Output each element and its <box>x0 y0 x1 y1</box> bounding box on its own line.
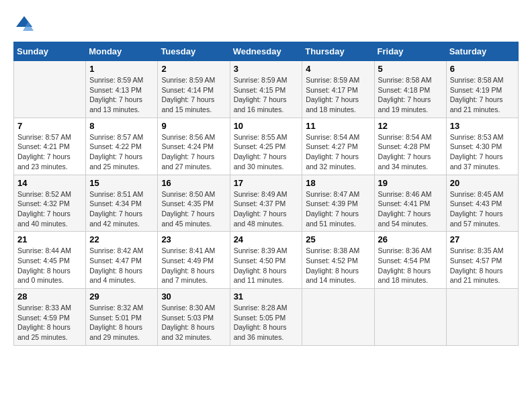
day-number: 23 <box>161 234 226 244</box>
week-row-1: 1 Sunrise: 8:59 AMSunset: 4:13 PMDayligh… <box>14 61 519 118</box>
day-number: 22 <box>89 234 154 244</box>
day-cell: 20 Sunrise: 8:45 AMSunset: 4:43 PMDaylig… <box>446 175 518 232</box>
day-header-sunday: Sunday <box>14 42 86 61</box>
day-cell: 1 Sunrise: 8:59 AMSunset: 4:13 PMDayligh… <box>86 61 158 118</box>
day-cell: 25 Sunrise: 8:38 AMSunset: 4:52 PMDaylig… <box>302 232 374 289</box>
day-cell: 16 Sunrise: 8:50 AMSunset: 4:35 PMDaylig… <box>158 175 230 232</box>
day-cell: 13 Sunrise: 8:53 AMSunset: 4:30 PMDaylig… <box>446 118 518 175</box>
week-row-2: 7 Sunrise: 8:57 AMSunset: 4:21 PMDayligh… <box>14 118 519 175</box>
day-cell: 23 Sunrise: 8:41 AMSunset: 4:49 PMDaylig… <box>158 232 230 289</box>
day-number: 17 <box>234 178 299 188</box>
day-info: Sunrise: 8:32 AMSunset: 5:01 PMDaylight:… <box>89 303 154 342</box>
day-number: 3 <box>234 64 299 74</box>
day-info: Sunrise: 8:39 AMSunset: 4:50 PMDaylight:… <box>234 246 299 285</box>
day-info: Sunrise: 8:57 AMSunset: 4:21 PMDaylight:… <box>17 132 82 172</box>
day-number: 8 <box>89 121 154 131</box>
day-number: 16 <box>161 178 226 188</box>
day-cell: 18 Sunrise: 8:47 AMSunset: 4:39 PMDaylig… <box>302 175 374 232</box>
day-number: 27 <box>450 234 515 244</box>
day-number: 7 <box>17 121 82 131</box>
day-cell: 8 Sunrise: 8:57 AMSunset: 4:22 PMDayligh… <box>86 118 158 175</box>
day-info: Sunrise: 8:57 AMSunset: 4:22 PMDaylight:… <box>89 132 154 172</box>
day-cell: 22 Sunrise: 8:42 AMSunset: 4:47 PMDaylig… <box>86 232 158 289</box>
day-info: Sunrise: 8:50 AMSunset: 4:35 PMDaylight:… <box>161 189 226 229</box>
day-cell: 11 Sunrise: 8:54 AMSunset: 4:27 PMDaylig… <box>302 118 374 175</box>
day-cell: 19 Sunrise: 8:46 AMSunset: 4:41 PMDaylig… <box>374 175 446 232</box>
day-cell: 26 Sunrise: 8:36 AMSunset: 4:54 PMDaylig… <box>374 232 446 289</box>
day-cell: 6 Sunrise: 8:58 AMSunset: 4:19 PMDayligh… <box>446 61 518 118</box>
calendar-table: SundayMondayTuesdayWednesdayThursdayFrid… <box>13 42 519 346</box>
day-number: 29 <box>89 291 154 302</box>
day-info: Sunrise: 8:54 AMSunset: 4:27 PMDaylight:… <box>306 132 370 172</box>
day-number: 1 <box>89 64 154 74</box>
day-cell: 21 Sunrise: 8:44 AMSunset: 4:45 PMDaylig… <box>14 232 86 289</box>
day-cell: 28 Sunrise: 8:33 AMSunset: 4:59 PMDaylig… <box>14 289 86 346</box>
day-info: Sunrise: 8:56 AMSunset: 4:24 PMDaylight:… <box>161 132 226 172</box>
day-cell: 9 Sunrise: 8:56 AMSunset: 4:24 PMDayligh… <box>158 118 230 175</box>
day-info: Sunrise: 8:58 AMSunset: 4:19 PMDaylight:… <box>450 75 515 115</box>
day-number: 14 <box>17 178 82 188</box>
day-info: Sunrise: 8:58 AMSunset: 4:18 PMDaylight:… <box>378 75 443 115</box>
day-info: Sunrise: 8:54 AMSunset: 4:28 PMDaylight:… <box>378 132 443 172</box>
day-header-monday: Monday <box>86 42 158 61</box>
day-number: 18 <box>306 178 370 188</box>
day-cell <box>446 289 518 346</box>
day-header-friday: Friday <box>374 42 446 61</box>
day-info: Sunrise: 8:55 AMSunset: 4:25 PMDaylight:… <box>234 132 299 172</box>
week-row-4: 21 Sunrise: 8:44 AMSunset: 4:45 PMDaylig… <box>14 232 519 289</box>
day-cell: 4 Sunrise: 8:59 AMSunset: 4:17 PMDayligh… <box>302 61 374 118</box>
day-info: Sunrise: 8:52 AMSunset: 4:32 PMDaylight:… <box>17 189 82 229</box>
day-cell <box>374 289 446 346</box>
day-number: 15 <box>89 178 154 188</box>
week-row-5: 28 Sunrise: 8:33 AMSunset: 4:59 PMDaylig… <box>14 289 519 346</box>
day-info: Sunrise: 8:41 AMSunset: 4:49 PMDaylight:… <box>161 246 226 285</box>
day-number: 28 <box>17 291 82 302</box>
day-cell: 14 Sunrise: 8:52 AMSunset: 4:32 PMDaylig… <box>14 175 86 232</box>
day-number: 12 <box>378 121 443 131</box>
day-header-wednesday: Wednesday <box>230 42 302 61</box>
day-header-thursday: Thursday <box>302 42 374 61</box>
day-number: 5 <box>378 64 443 74</box>
day-number: 30 <box>161 291 226 302</box>
day-cell: 30 Sunrise: 8:30 AMSunset: 5:03 PMDaylig… <box>158 289 230 346</box>
day-cell <box>302 289 374 346</box>
day-number: 11 <box>306 121 370 131</box>
day-info: Sunrise: 8:45 AMSunset: 4:43 PMDaylight:… <box>450 189 515 229</box>
day-number: 19 <box>378 178 443 188</box>
day-cell: 10 Sunrise: 8:55 AMSunset: 4:25 PMDaylig… <box>230 118 302 175</box>
day-cell: 3 Sunrise: 8:59 AMSunset: 4:15 PMDayligh… <box>230 61 302 118</box>
day-number: 31 <box>234 291 299 302</box>
day-cell: 17 Sunrise: 8:49 AMSunset: 4:37 PMDaylig… <box>230 175 302 232</box>
day-number: 6 <box>450 64 515 74</box>
day-cell: 5 Sunrise: 8:58 AMSunset: 4:18 PMDayligh… <box>374 61 446 118</box>
day-number: 26 <box>378 234 443 244</box>
day-cell: 31 Sunrise: 8:28 AMSunset: 5:05 PMDaylig… <box>230 289 302 346</box>
day-number: 24 <box>234 234 299 244</box>
day-cell: 15 Sunrise: 8:51 AMSunset: 4:34 PMDaylig… <box>86 175 158 232</box>
day-number: 9 <box>161 121 226 131</box>
day-info: Sunrise: 8:44 AMSunset: 4:45 PMDaylight:… <box>17 246 82 285</box>
day-info: Sunrise: 8:36 AMSunset: 4:54 PMDaylight:… <box>378 246 443 285</box>
day-number: 21 <box>17 234 82 244</box>
logo <box>13 13 38 35</box>
day-info: Sunrise: 8:35 AMSunset: 4:57 PMDaylight:… <box>450 246 515 285</box>
day-info: Sunrise: 8:51 AMSunset: 4:34 PMDaylight:… <box>89 189 154 229</box>
day-number: 10 <box>234 121 299 131</box>
day-info: Sunrise: 8:47 AMSunset: 4:39 PMDaylight:… <box>306 189 370 229</box>
day-cell: 7 Sunrise: 8:57 AMSunset: 4:21 PMDayligh… <box>14 118 86 175</box>
week-row-3: 14 Sunrise: 8:52 AMSunset: 4:32 PMDaylig… <box>14 175 519 232</box>
day-info: Sunrise: 8:59 AMSunset: 4:17 PMDaylight:… <box>306 75 370 115</box>
day-number: 20 <box>450 178 515 188</box>
day-info: Sunrise: 8:49 AMSunset: 4:37 PMDaylight:… <box>234 189 299 229</box>
day-info: Sunrise: 8:59 AMSunset: 4:14 PMDaylight:… <box>161 75 226 115</box>
day-info: Sunrise: 8:59 AMSunset: 4:15 PMDaylight:… <box>234 75 299 115</box>
day-info: Sunrise: 8:46 AMSunset: 4:41 PMDaylight:… <box>378 189 443 229</box>
day-info: Sunrise: 8:53 AMSunset: 4:30 PMDaylight:… <box>450 132 515 172</box>
day-info: Sunrise: 8:42 AMSunset: 4:47 PMDaylight:… <box>89 246 154 285</box>
day-info: Sunrise: 8:30 AMSunset: 5:03 PMDaylight:… <box>161 303 226 342</box>
day-info: Sunrise: 8:59 AMSunset: 4:13 PMDaylight:… <box>89 75 154 115</box>
logo-icon <box>13 13 35 35</box>
day-header-tuesday: Tuesday <box>158 42 230 61</box>
day-number: 2 <box>161 64 226 74</box>
day-number: 4 <box>306 64 370 74</box>
